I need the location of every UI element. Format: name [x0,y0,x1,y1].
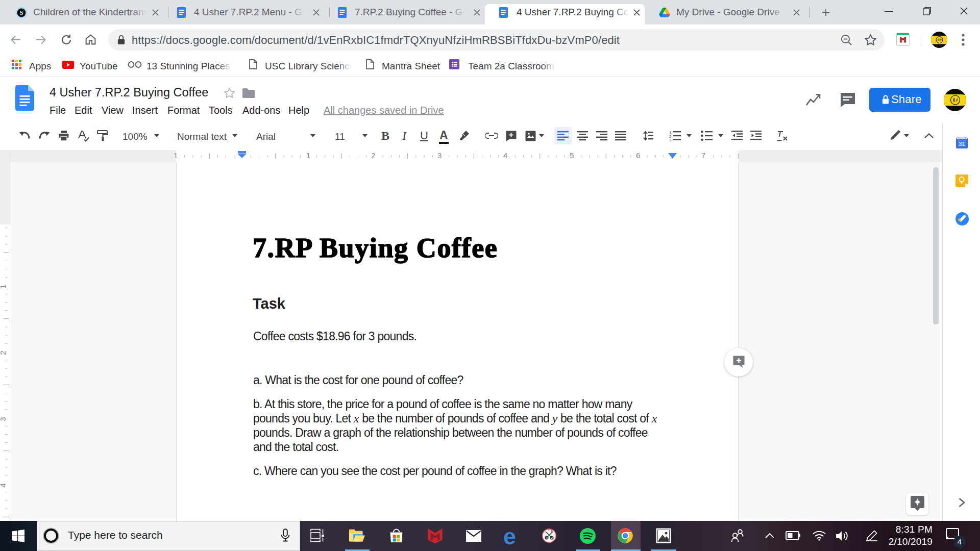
svg-text:S: S [20,9,23,16]
svg-text:31: 31 [959,141,965,147]
svg-text:3: 3 [669,138,671,141]
